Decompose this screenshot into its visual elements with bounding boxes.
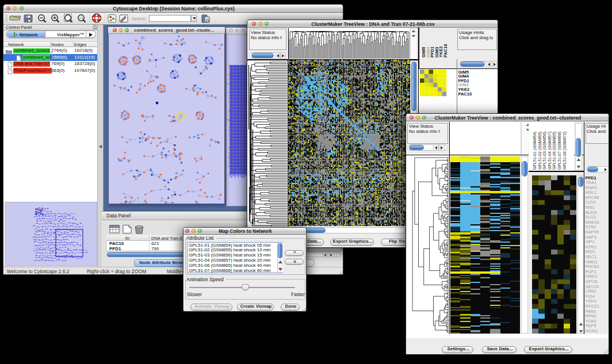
svg-text:1:1: 1:1 bbox=[79, 16, 83, 20]
